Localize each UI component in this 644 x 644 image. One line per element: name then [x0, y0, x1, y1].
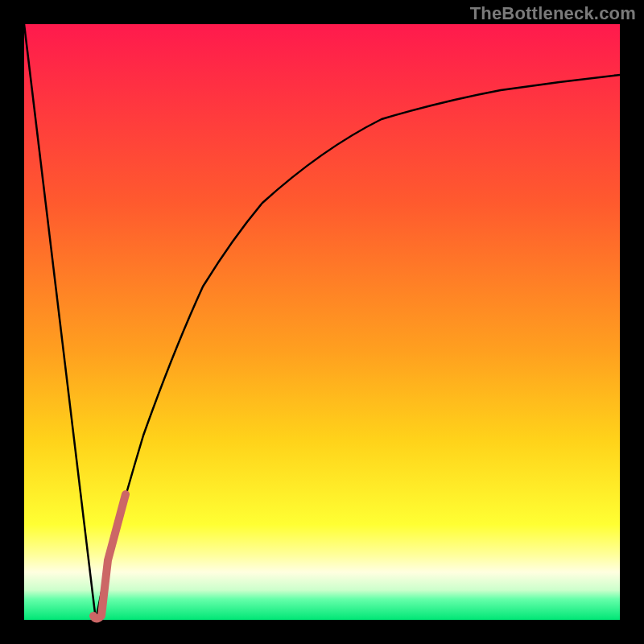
chart-svg [0, 0, 644, 644]
chart-frame: TheBottleneck.com [0, 0, 644, 644]
